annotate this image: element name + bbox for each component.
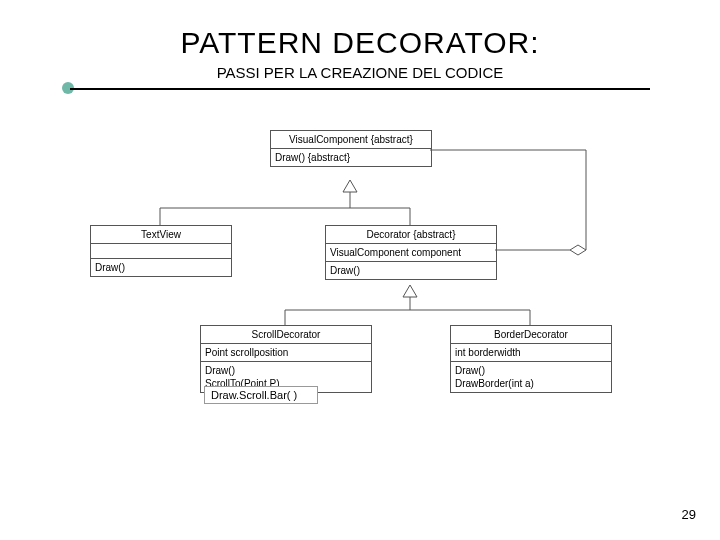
uml-diagram: VisualComponent {abstract} Draw() {abstr… (90, 130, 650, 490)
svg-marker-0 (343, 180, 357, 192)
page-subtitle: PASSI PER LA CREAZIONE DEL CODICE (0, 64, 720, 81)
page-title: PATTERN DECORATOR: (0, 26, 720, 60)
page-number: 29 (682, 507, 696, 522)
connectors (90, 130, 650, 490)
title-divider (70, 88, 650, 90)
svg-marker-6 (570, 245, 586, 255)
svg-marker-9 (403, 285, 417, 297)
